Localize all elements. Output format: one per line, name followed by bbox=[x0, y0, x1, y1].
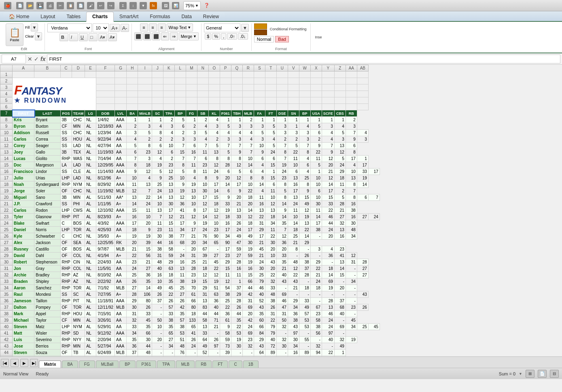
cell-r22-c19[interactable]: 13 bbox=[265, 207, 276, 214]
cell-r2-c22[interactable] bbox=[299, 78, 310, 84]
row-header-38[interactable]: 38 bbox=[0, 311, 13, 317]
cell-r30-c5[interactable]: 2/24/93 bbox=[96, 259, 115, 266]
cell-r33-c22[interactable]: - bbox=[299, 278, 310, 285]
cell-r11-c19[interactable]: 4 bbox=[265, 136, 276, 143]
cell-r26-c17[interactable]: 49 bbox=[242, 233, 254, 240]
row-header-18[interactable]: 18 bbox=[0, 181, 13, 188]
cell-r3-c26[interactable] bbox=[346, 84, 357, 91]
cell-r23-c19[interactable]: 18 bbox=[265, 214, 276, 220]
col-header-b[interactable]: B bbox=[34, 65, 60, 72]
cell-r45-c15[interactable]: 62 bbox=[220, 356, 231, 357]
cell-r28-c15[interactable]: 17 bbox=[220, 246, 231, 253]
row-header-9[interactable]: 9 bbox=[0, 123, 13, 130]
cell-r16-c4[interactable]: AL bbox=[85, 169, 96, 175]
cell-r24-c5[interactable]: 4/3/92 bbox=[96, 220, 115, 227]
normal-style-button[interactable]: Normal bbox=[254, 36, 274, 42]
sum-icon[interactable]: Σ bbox=[119, 2, 127, 9]
cell-r22-c12[interactable]: 8 bbox=[186, 207, 197, 214]
cell-r38-c25[interactable]: 40 bbox=[334, 311, 346, 317]
number-format-select[interactable]: General bbox=[204, 23, 240, 32]
cell-r37-c7[interactable]: 30 bbox=[127, 304, 138, 311]
cell-r16-c7[interactable]: 9 bbox=[127, 169, 138, 175]
cell-r27-c21[interactable]: 21 bbox=[288, 240, 299, 246]
cell-r19-c2[interactable]: OF bbox=[60, 188, 72, 194]
cell-r13-c4[interactable]: AL bbox=[85, 149, 96, 156]
cell-r31-c10[interactable]: 63 bbox=[163, 266, 174, 272]
cell-r4-c23[interactable] bbox=[310, 91, 322, 97]
cell-r41-c14[interactable]: - bbox=[208, 330, 220, 337]
cell-r19-c0[interactable]: Jorge bbox=[13, 188, 34, 194]
cell-r36-c1[interactable]: Taillon bbox=[34, 298, 60, 304]
cell-r30-c18[interactable]: 24 bbox=[254, 259, 265, 266]
cell-r34-c13[interactable]: 29 bbox=[197, 285, 208, 291]
cell-r38-c17[interactable]: 20 bbox=[242, 311, 254, 317]
cell-r25-c17[interactable]: 17 bbox=[242, 227, 254, 233]
cell-r32-c4[interactable]: NL bbox=[85, 272, 96, 278]
cell-r43-c7[interactable]: 36 bbox=[127, 343, 138, 350]
cell-r23-c22[interactable]: 19 bbox=[299, 214, 310, 220]
cell-r28-c24[interactable]: 4 bbox=[322, 246, 334, 253]
cell-r44-c14[interactable]: - bbox=[208, 350, 220, 356]
cell-r13-c2[interactable]: 3B bbox=[60, 149, 72, 156]
cell-r20-c0[interactable]: Miguel bbox=[13, 194, 34, 201]
cell-r8-c3[interactable]: CHC bbox=[72, 117, 85, 123]
cell-r15-c3[interactable]: LAD bbox=[72, 162, 85, 169]
tab-tables[interactable]: Tables bbox=[61, 12, 86, 21]
cell-r1-c21[interactable] bbox=[288, 72, 299, 78]
cell-r40-c16[interactable]: 22 bbox=[231, 324, 242, 330]
cell-r27-c12[interactable]: 20 bbox=[186, 240, 197, 246]
header-cell-lvl[interactable]: LVL bbox=[115, 110, 127, 117]
cell-r38-c15[interactable]: 36 bbox=[220, 311, 231, 317]
cell-r18-c15[interactable]: 14 bbox=[220, 181, 231, 188]
cell-r5-c17[interactable] bbox=[242, 97, 254, 104]
col-header-a[interactable]: A bbox=[13, 65, 34, 72]
row-header-20[interactable]: 20 bbox=[0, 194, 13, 201]
cell-r22-c18[interactable]: 13 bbox=[254, 207, 265, 214]
col-header-g[interactable]: G bbox=[115, 65, 127, 72]
cell-r40-c10[interactable]: 35 bbox=[163, 324, 174, 330]
cell-r31-c24[interactable]: 18 bbox=[322, 266, 334, 272]
cell-r33-c26[interactable]: 34 bbox=[346, 278, 357, 285]
cell-r44-c0[interactable]: Steven bbox=[13, 350, 34, 356]
cell-r11-c21[interactable]: 2 bbox=[288, 136, 299, 143]
col-header-o[interactable]: O bbox=[208, 65, 220, 72]
cell-r25-c16[interactable]: 24 bbox=[231, 227, 242, 233]
cell-r16-c25[interactable]: 29 bbox=[334, 169, 346, 175]
header-cell-bp[interactable]: BP bbox=[299, 110, 310, 117]
header-cell-sn[interactable]: SN bbox=[288, 110, 299, 117]
cell-r6-c25[interactable] bbox=[334, 104, 346, 110]
cell-r11-c23[interactable]: 2 bbox=[310, 136, 322, 143]
cell-r38-c16[interactable]: 44 bbox=[231, 311, 242, 317]
cell-r45-c7[interactable]: 38 bbox=[127, 356, 138, 357]
cell-r8-c13[interactable]: 2 bbox=[197, 117, 208, 123]
cell-r45-c25[interactable]: 1 bbox=[334, 356, 346, 357]
cell-r41-c22[interactable]: - bbox=[299, 330, 310, 337]
row-header-34[interactable]: 34 bbox=[0, 285, 13, 291]
cell-r30-c21[interactable]: 48 bbox=[288, 259, 299, 266]
underline-button[interactable]: U bbox=[79, 33, 88, 41]
cell-r23-c8[interactable]: 10 bbox=[138, 214, 152, 220]
cell-r42-c1[interactable]: Severino bbox=[34, 337, 60, 343]
col-header-u[interactable]: U bbox=[276, 65, 288, 72]
cell-r40-c28[interactable]: 45 bbox=[368, 324, 380, 330]
cell-r9-c12[interactable]: 2 bbox=[186, 123, 197, 130]
cell-r8-c12[interactable]: 1 bbox=[186, 117, 197, 123]
cell-r34-c19[interactable]: 33 bbox=[265, 285, 276, 291]
cell-r30-c19[interactable]: 43 bbox=[265, 259, 276, 266]
cell-r16-c13[interactable]: 11 bbox=[197, 169, 208, 175]
cell-r1-c23[interactable] bbox=[310, 72, 322, 78]
cell-r20-c6[interactable]: AA* bbox=[115, 194, 127, 201]
cell-r21-c22[interactable]: 49 bbox=[299, 201, 310, 207]
cell-r24-c14[interactable]: 10 bbox=[208, 220, 220, 227]
cell-r25-c10[interactable]: 11 bbox=[163, 227, 174, 233]
col-header-y[interactable]: Y bbox=[322, 65, 334, 72]
cell-r15-c9[interactable]: 19 bbox=[152, 162, 163, 169]
row-header-10[interactable]: 10 bbox=[0, 130, 13, 136]
cell-r15-c11[interactable]: 8 bbox=[174, 162, 186, 169]
cell-r19-c23[interactable]: 6 bbox=[310, 188, 322, 194]
cell-r21-c20[interactable]: 14 bbox=[276, 201, 288, 207]
header-cell-tpa[interactable]: TPA bbox=[163, 110, 174, 117]
col-header-j[interactable]: J bbox=[152, 65, 163, 72]
cell-r28-c12[interactable]: 20 bbox=[186, 246, 197, 253]
cell-r22-c6[interactable]: AAA bbox=[115, 207, 127, 214]
